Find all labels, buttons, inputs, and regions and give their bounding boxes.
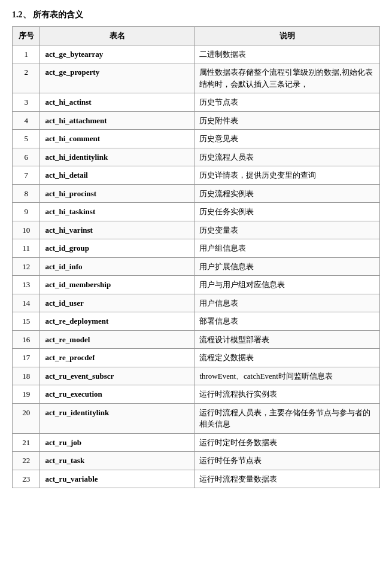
table-row: 3act_hi_actinst历史节点表 bbox=[13, 93, 380, 112]
cell-table-name: act_hi_actinst bbox=[40, 93, 195, 112]
cell-description: 历史变量表 bbox=[195, 221, 380, 239]
table-row: 5act_hi_comment历史意见表 bbox=[13, 130, 380, 148]
cell-description: 历史节点表 bbox=[195, 93, 380, 112]
cell-num: 3 bbox=[13, 93, 40, 112]
col-header-num: 序号 bbox=[13, 27, 40, 45]
cell-description: 历史任务实例表 bbox=[195, 203, 380, 221]
cell-description: 流程定义数据表 bbox=[195, 349, 380, 367]
cell-table-name: act_hi_attachment bbox=[40, 111, 195, 130]
cell-table-name: act_ru_variable bbox=[40, 470, 195, 488]
cell-table-name: act_hi_taskinst bbox=[40, 203, 195, 221]
cell-description: throwEvent、catchEvent时间监听信息表 bbox=[195, 367, 380, 385]
table-row: 14act_id_user用户信息表 bbox=[13, 294, 380, 312]
col-header-desc: 说明 bbox=[195, 27, 380, 45]
cell-description: 历史流程人员表 bbox=[195, 148, 380, 166]
cell-num: 13 bbox=[13, 276, 40, 294]
cell-num: 17 bbox=[13, 349, 40, 367]
tables-meaning-table: 序号 表名 说明 1act_ge_bytearray二进制数据表2act_ge_… bbox=[12, 26, 380, 488]
table-row: 7act_hi_detail历史详情表，提供历史变里的查询 bbox=[13, 166, 380, 185]
table-row: 13act_id_membership用户与用户组对应信息表 bbox=[13, 276, 380, 294]
section-title: 1.2、 所有表的含义 bbox=[12, 10, 380, 20]
cell-description: 历史附件表 bbox=[195, 111, 380, 130]
table-row: 11act_id_group用户组信息表 bbox=[13, 239, 380, 258]
cell-table-name: act_hi_detail bbox=[40, 166, 195, 185]
cell-num: 7 bbox=[13, 166, 40, 185]
cell-num: 5 bbox=[13, 130, 40, 148]
cell-num: 20 bbox=[13, 403, 40, 433]
cell-table-name: act_ge_property bbox=[40, 63, 195, 93]
cell-description: 历史意见表 bbox=[195, 130, 380, 148]
cell-table-name: act_ru_event_subscr bbox=[40, 367, 195, 385]
cell-num: 2 bbox=[13, 63, 40, 93]
table-row: 8act_hi_procinst历史流程实例表 bbox=[13, 184, 380, 203]
cell-description: 运行时流程人员表，主要存储任务节点与参与者的相关信息 bbox=[195, 403, 380, 433]
cell-description: 属性数据表存储整个流程引擎级别的数据,初始化表结构时，会默认插入三条记录， bbox=[195, 63, 380, 93]
table-row: 18act_ru_event_subscrthrowEvent、catchEve… bbox=[13, 367, 380, 385]
table-row: 1act_ge_bytearray二进制数据表 bbox=[13, 45, 380, 63]
cell-table-name: act_re_deployment bbox=[40, 312, 195, 331]
cell-description: 运行时流程执行实例表 bbox=[195, 385, 380, 404]
cell-table-name: act_ge_bytearray bbox=[40, 45, 195, 63]
cell-num: 18 bbox=[13, 367, 40, 385]
table-row: 21act_ru_job运行时定时任务数据表 bbox=[13, 433, 380, 452]
table-row: 4act_hi_attachment历史附件表 bbox=[13, 111, 380, 130]
table-row: 9act_hi_taskinst历史任务实例表 bbox=[13, 203, 380, 221]
cell-description: 运行时定时任务数据表 bbox=[195, 433, 380, 452]
table-row: 6act_hi_identitylink历史流程人员表 bbox=[13, 148, 380, 166]
cell-table-name: act_ru_job bbox=[40, 433, 195, 452]
cell-table-name: act_ru_task bbox=[40, 452, 195, 470]
cell-table-name: act_ru_execution bbox=[40, 385, 195, 404]
cell-description: 用户组信息表 bbox=[195, 239, 380, 258]
cell-num: 10 bbox=[13, 221, 40, 239]
table-row: 22act_ru_task运行时任务节点表 bbox=[13, 452, 380, 470]
cell-description: 运行时任务节点表 bbox=[195, 452, 380, 470]
cell-description: 二进制数据表 bbox=[195, 45, 380, 63]
cell-num: 9 bbox=[13, 203, 40, 221]
table-row: 19act_ru_execution运行时流程执行实例表 bbox=[13, 385, 380, 404]
cell-num: 8 bbox=[13, 184, 40, 203]
cell-num: 16 bbox=[13, 330, 40, 349]
cell-num: 6 bbox=[13, 148, 40, 166]
cell-table-name: act_id_info bbox=[40, 257, 195, 276]
table-row: 17act_re_procdef流程定义数据表 bbox=[13, 349, 380, 367]
cell-table-name: act_id_user bbox=[40, 294, 195, 312]
cell-table-name: act_hi_identitylink bbox=[40, 148, 195, 166]
table-row: 2act_ge_property属性数据表存储整个流程引擎级别的数据,初始化表结… bbox=[13, 63, 380, 93]
cell-description: 用户扩展信息表 bbox=[195, 257, 380, 276]
cell-description: 历史流程实例表 bbox=[195, 184, 380, 203]
cell-num: 4 bbox=[13, 111, 40, 130]
cell-table-name: act_re_model bbox=[40, 330, 195, 349]
cell-table-name: act_hi_varinst bbox=[40, 221, 195, 239]
cell-num: 1 bbox=[13, 45, 40, 63]
table-row: 10act_hi_varinst历史变量表 bbox=[13, 221, 380, 239]
cell-num: 21 bbox=[13, 433, 40, 452]
cell-num: 22 bbox=[13, 452, 40, 470]
cell-table-name: act_id_group bbox=[40, 239, 195, 258]
cell-num: 12 bbox=[13, 257, 40, 276]
table-row: 12act_id_info用户扩展信息表 bbox=[13, 257, 380, 276]
cell-description: 流程设计模型部署表 bbox=[195, 330, 380, 349]
cell-description: 用户与用户组对应信息表 bbox=[195, 276, 380, 294]
table-row: 16act_re_model流程设计模型部署表 bbox=[13, 330, 380, 349]
cell-description: 部署信息表 bbox=[195, 312, 380, 331]
table-row: 15act_re_deployment部署信息表 bbox=[13, 312, 380, 331]
cell-table-name: act_id_membership bbox=[40, 276, 195, 294]
cell-description: 用户信息表 bbox=[195, 294, 380, 312]
col-header-name: 表名 bbox=[40, 27, 195, 45]
cell-num: 11 bbox=[13, 239, 40, 258]
cell-table-name: act_ru_identitylink bbox=[40, 403, 195, 433]
cell-description: 运行时流程变量数据表 bbox=[195, 470, 380, 488]
cell-description: 历史详情表，提供历史变里的查询 bbox=[195, 166, 380, 185]
cell-num: 23 bbox=[13, 470, 40, 488]
table-row: 23act_ru_variable运行时流程变量数据表 bbox=[13, 470, 380, 488]
cell-num: 19 bbox=[13, 385, 40, 404]
cell-num: 14 bbox=[13, 294, 40, 312]
cell-table-name: act_hi_procinst bbox=[40, 184, 195, 203]
cell-table-name: act_hi_comment bbox=[40, 130, 195, 148]
cell-num: 15 bbox=[13, 312, 40, 331]
table-row: 20act_ru_identitylink运行时流程人员表，主要存储任务节点与参… bbox=[13, 403, 380, 433]
cell-table-name: act_re_procdef bbox=[40, 349, 195, 367]
